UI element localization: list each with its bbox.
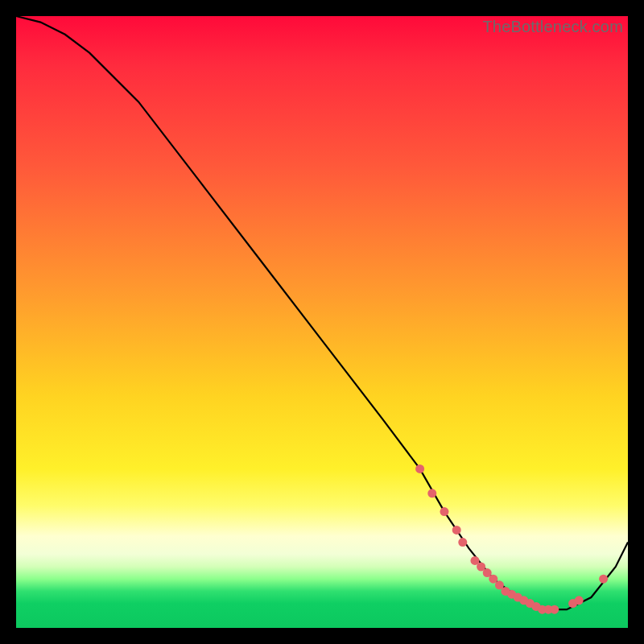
curve-marker-group bbox=[415, 464, 608, 614]
chart-plot-area: TheBottleneck.com bbox=[16, 16, 628, 628]
curve-marker bbox=[440, 507, 449, 516]
curve-marker bbox=[575, 596, 584, 605]
curve-marker bbox=[550, 605, 559, 614]
curve-marker bbox=[599, 575, 608, 584]
curve-marker bbox=[452, 526, 461, 535]
curve-marker bbox=[415, 464, 424, 473]
curve-marker bbox=[427, 489, 436, 497]
chart-frame: TheBottleneck.com bbox=[0, 0, 644, 644]
bottleneck-curve bbox=[16, 16, 628, 609]
chart-svg bbox=[16, 16, 628, 628]
curve-marker bbox=[458, 538, 467, 547]
